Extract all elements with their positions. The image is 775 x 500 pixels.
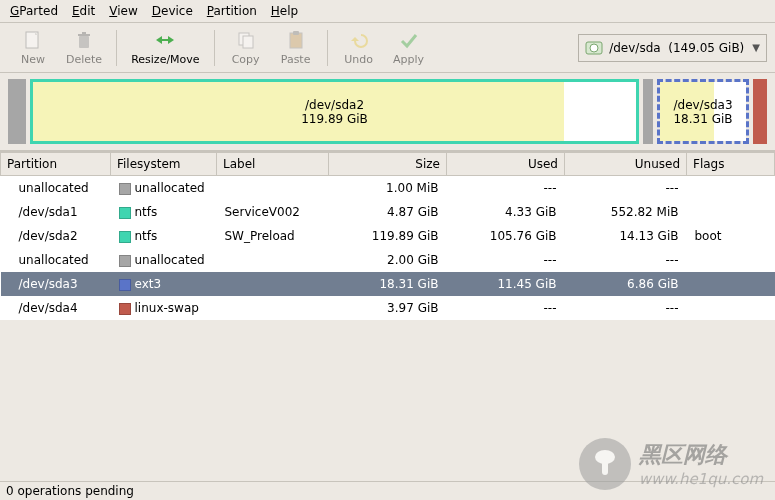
menu-device[interactable]: Device bbox=[152, 4, 193, 18]
copy-button[interactable]: Copy bbox=[221, 27, 271, 68]
map-sda2-label: /dev/sda2 bbox=[301, 98, 368, 112]
cell-flags bbox=[687, 200, 775, 224]
cell-filesystem: ntfs bbox=[111, 224, 217, 248]
menu-edit[interactable]: Edit bbox=[72, 4, 95, 18]
device-selector[interactable]: /dev/sda (149.05 GiB) ▼ bbox=[578, 34, 767, 62]
cell-label bbox=[217, 272, 329, 296]
table-row[interactable]: /dev/sda3ext318.31 GiB11.45 GiB6.86 GiB bbox=[1, 272, 775, 296]
cell-filesystem: unallocated bbox=[111, 176, 217, 201]
map-unallocated-left[interactable] bbox=[8, 79, 26, 144]
partition-map: /dev/sda2 119.89 GiB /dev/sda3 18.31 GiB bbox=[0, 73, 775, 151]
svg-rect-12 bbox=[602, 461, 608, 475]
cell-size: 3.97 GiB bbox=[329, 296, 447, 320]
map-sda3-size: 18.31 GiB bbox=[673, 112, 732, 126]
cell-used: 11.45 GiB bbox=[447, 272, 565, 296]
table-header-row: Partition Filesystem Label Size Used Unu… bbox=[1, 153, 775, 176]
separator bbox=[214, 30, 215, 66]
table-row[interactable]: unallocatedunallocated2.00 GiB------ bbox=[1, 248, 775, 272]
cell-unused: 552.82 MiB bbox=[565, 200, 687, 224]
map-sda3-label: /dev/sda3 bbox=[673, 98, 732, 112]
new-button[interactable]: New bbox=[8, 27, 58, 68]
device-path: /dev/sda bbox=[609, 41, 660, 55]
cell-used: --- bbox=[447, 248, 565, 272]
svg-rect-2 bbox=[78, 34, 90, 36]
cell-used: 105.76 GiB bbox=[447, 224, 565, 248]
svg-point-10 bbox=[590, 44, 598, 52]
cell-label: SW_Preload bbox=[217, 224, 329, 248]
apply-button[interactable]: Apply bbox=[384, 27, 434, 68]
col-size[interactable]: Size bbox=[329, 153, 447, 176]
cell-flags bbox=[687, 296, 775, 320]
delete-icon bbox=[73, 29, 95, 51]
cell-partition: /dev/sda3 bbox=[1, 272, 111, 296]
cell-filesystem: unallocated bbox=[111, 248, 217, 272]
table-row[interactable]: /dev/sda2ntfsSW_Preload119.89 GiB105.76 … bbox=[1, 224, 775, 248]
cell-flags bbox=[687, 272, 775, 296]
cell-flags: boot bbox=[687, 224, 775, 248]
cell-unused: --- bbox=[565, 248, 687, 272]
map-sda3[interactable]: /dev/sda3 18.31 GiB bbox=[657, 79, 749, 144]
cell-size: 119.89 GiB bbox=[329, 224, 447, 248]
copy-icon bbox=[235, 29, 257, 51]
device-size: (149.05 GiB) bbox=[668, 41, 744, 55]
col-flags[interactable]: Flags bbox=[687, 153, 775, 176]
cell-label bbox=[217, 176, 329, 201]
col-filesystem[interactable]: Filesystem bbox=[111, 153, 217, 176]
cell-partition: /dev/sda4 bbox=[1, 296, 111, 320]
table-row[interactable]: /dev/sda1ntfsServiceV0024.87 GiB4.33 GiB… bbox=[1, 200, 775, 224]
undo-icon bbox=[348, 29, 370, 51]
menu-help[interactable]: Help bbox=[271, 4, 298, 18]
cell-flags bbox=[687, 176, 775, 201]
paste-button[interactable]: Paste bbox=[271, 27, 321, 68]
delete-button[interactable]: Delete bbox=[58, 27, 110, 68]
cell-size: 4.87 GiB bbox=[329, 200, 447, 224]
cell-size: 18.31 GiB bbox=[329, 272, 447, 296]
cell-flags bbox=[687, 248, 775, 272]
fs-swatch bbox=[119, 207, 131, 219]
cell-filesystem: ntfs bbox=[111, 200, 217, 224]
svg-rect-3 bbox=[82, 32, 86, 34]
cell-unused: --- bbox=[565, 296, 687, 320]
watermark-text-cn: 黑区网络 bbox=[639, 440, 763, 470]
map-sda4[interactable] bbox=[753, 79, 767, 144]
fs-swatch bbox=[119, 183, 131, 195]
apply-icon bbox=[398, 29, 420, 51]
map-sda2-size: 119.89 GiB bbox=[301, 112, 368, 126]
new-icon bbox=[22, 29, 44, 51]
cell-partition: unallocated bbox=[1, 248, 111, 272]
chevron-down-icon: ▼ bbox=[752, 42, 760, 53]
partition-table: Partition Filesystem Label Size Used Unu… bbox=[0, 151, 775, 320]
col-label[interactable]: Label bbox=[217, 153, 329, 176]
table-row[interactable]: /dev/sda4linux-swap3.97 GiB------ bbox=[1, 296, 775, 320]
map-sda2[interactable]: /dev/sda2 119.89 GiB bbox=[30, 79, 639, 144]
paste-icon bbox=[285, 29, 307, 51]
menu-view[interactable]: View bbox=[109, 4, 137, 18]
cell-unused: 14.13 GiB bbox=[565, 224, 687, 248]
cell-used: 4.33 GiB bbox=[447, 200, 565, 224]
cell-used: --- bbox=[447, 176, 565, 201]
col-partition[interactable]: Partition bbox=[1, 153, 111, 176]
separator bbox=[327, 30, 328, 66]
map-unallocated-mid[interactable] bbox=[643, 79, 653, 144]
svg-rect-6 bbox=[243, 36, 253, 48]
resize-icon bbox=[154, 29, 176, 51]
undo-button[interactable]: Undo bbox=[334, 27, 384, 68]
fs-swatch bbox=[119, 279, 131, 291]
resize-button[interactable]: Resize/Move bbox=[123, 27, 207, 68]
fs-swatch bbox=[119, 255, 131, 267]
cell-unused: 6.86 GiB bbox=[565, 272, 687, 296]
cell-partition: /dev/sda2 bbox=[1, 224, 111, 248]
col-used[interactable]: Used bbox=[447, 153, 565, 176]
cell-used: --- bbox=[447, 296, 565, 320]
fs-swatch bbox=[119, 231, 131, 243]
menu-gparted[interactable]: GParted bbox=[10, 4, 58, 18]
menu-partition[interactable]: Partition bbox=[207, 4, 257, 18]
cell-label bbox=[217, 248, 329, 272]
table-row[interactable]: unallocatedunallocated1.00 MiB------ bbox=[1, 176, 775, 201]
cell-partition: unallocated bbox=[1, 176, 111, 201]
status-bar: 0 operations pending bbox=[0, 481, 775, 500]
svg-point-11 bbox=[595, 450, 615, 464]
cell-partition: /dev/sda1 bbox=[1, 200, 111, 224]
toolbar: New Delete Resize/Move Copy Paste Undo bbox=[0, 23, 775, 73]
col-unused[interactable]: Unused bbox=[565, 153, 687, 176]
